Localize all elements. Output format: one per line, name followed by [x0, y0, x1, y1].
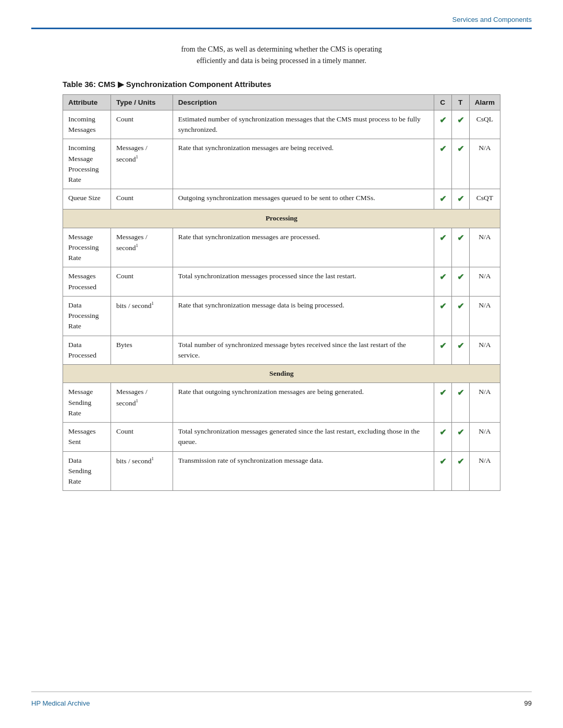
cell-t: ✔	[451, 267, 469, 297]
cell-t: ✔	[451, 296, 469, 336]
cell-t: ✔	[451, 110, 469, 139]
cell-c: ✔	[434, 189, 451, 209]
cell-alarm: N/A	[469, 296, 500, 336]
footer-link: HP Medical Archive	[31, 699, 90, 707]
footer-rule	[31, 692, 532, 692]
cell-description: Total number of synchronized message byt…	[173, 336, 434, 365]
table-row: Incoming MessagesCountEstimated number o…	[63, 110, 500, 139]
col-description: Description	[173, 94, 434, 110]
cell-t: ✔	[451, 451, 469, 491]
cell-alarm: CsQT	[469, 189, 500, 209]
table-row: Messages ProcessedCountTotal synchroniza…	[63, 267, 500, 297]
cell-type-units: Count	[111, 267, 173, 297]
cell-c: ✔	[434, 228, 451, 267]
cell-c: ✔	[434, 336, 451, 365]
page-header: Services and Components	[0, 0, 563, 23]
cell-attribute: Messages Sent	[63, 423, 111, 452]
cell-description: Estimated number of synchronization mess…	[173, 110, 434, 139]
cell-alarm: N/A	[469, 383, 500, 423]
cell-type-units: Messages / second1	[111, 228, 173, 267]
cell-t: ✔	[451, 139, 469, 189]
cell-type-units: Count	[111, 189, 173, 209]
cell-description: Rate that synchronization message data i…	[173, 296, 434, 336]
cell-attribute: Incoming Message Processing Rate	[63, 139, 111, 189]
cell-type-units: Messages / second1	[111, 139, 173, 189]
cell-attribute: Data Sending Rate	[63, 451, 111, 491]
intro-text: from the CMS, as well as determining whe…	[63, 44, 500, 67]
cell-attribute: Message Sending Rate	[63, 383, 111, 423]
cell-t: ✔	[451, 423, 469, 452]
table-row: Messages SentCountTotal synchronization …	[63, 423, 500, 452]
table-title: Table 36: CMS ▶ Synchronization Componen…	[63, 80, 500, 89]
cell-type-units: Count	[111, 423, 173, 452]
cell-description: Rate that outgoing synchronization messa…	[173, 383, 434, 423]
col-c: C	[434, 94, 451, 110]
table-row: Queue SizeCountOutgoing synchronization …	[63, 189, 500, 209]
table-row: Data Processing Ratebits / second1Rate t…	[63, 296, 500, 336]
cell-alarm: N/A	[469, 423, 500, 452]
cell-c: ✔	[434, 423, 451, 452]
cell-attribute: Data Processed	[63, 336, 111, 365]
cell-t: ✔	[451, 336, 469, 365]
cell-type-units: Messages / second1	[111, 383, 173, 423]
cell-attribute: Messages Processed	[63, 267, 111, 297]
cell-type-units: bits / second1	[111, 296, 173, 336]
cell-c: ✔	[434, 267, 451, 297]
col-alarm: Alarm	[469, 94, 500, 110]
cell-attribute: Queue Size	[63, 189, 111, 209]
col-t: T	[451, 94, 469, 110]
cell-c: ✔	[434, 451, 451, 491]
cell-description: Rate that synchronization messages are b…	[173, 139, 434, 189]
table-row: Message Processing RateMessages / second…	[63, 228, 500, 267]
footer-content: HP Medical Archive 99	[31, 699, 532, 707]
cell-type-units: Bytes	[111, 336, 173, 365]
cell-c: ✔	[434, 110, 451, 139]
page-body: from the CMS, as well as determining whe…	[0, 29, 563, 512]
page-number: 99	[524, 699, 532, 707]
cell-t: ✔	[451, 383, 469, 423]
main-table: Attribute Type / Units Description C T A…	[63, 94, 500, 491]
cell-alarm: N/A	[469, 451, 500, 491]
cell-alarm: CsQL	[469, 110, 500, 139]
table-header-row: Attribute Type / Units Description C T A…	[63, 94, 500, 110]
cell-description: Total synchronization messages processed…	[173, 267, 434, 297]
col-type-units: Type / Units	[111, 94, 173, 110]
cell-description: Total synchronization messages generated…	[173, 423, 434, 452]
header-link: Services and Components	[452, 16, 532, 23]
cell-type-units: Count	[111, 110, 173, 139]
section-row: Sending	[63, 365, 500, 383]
table-row: Message Sending RateMessages / second1Ra…	[63, 383, 500, 423]
table-row: Data ProcessedBytesTotal number of synch…	[63, 336, 500, 365]
cell-c: ✔	[434, 139, 451, 189]
table-row: Incoming Message Processing RateMessages…	[63, 139, 500, 189]
cell-attribute: Incoming Messages	[63, 110, 111, 139]
cell-description: Rate that synchronization messages are p…	[173, 228, 434, 267]
cell-description: Outgoing synchronization messages queued…	[173, 189, 434, 209]
cell-alarm: N/A	[469, 267, 500, 297]
page-footer: HP Medical Archive 99	[0, 692, 563, 707]
cell-t: ✔	[451, 228, 469, 267]
cell-c: ✔	[434, 296, 451, 336]
cell-alarm: N/A	[469, 139, 500, 189]
cell-t: ✔	[451, 189, 469, 209]
cell-attribute: Message Processing Rate	[63, 228, 111, 267]
cell-alarm: N/A	[469, 336, 500, 365]
cell-type-units: bits / second1	[111, 451, 173, 491]
col-attribute: Attribute	[63, 94, 111, 110]
table-row: Data Sending Ratebits / second1Transmiss…	[63, 451, 500, 491]
cell-description: Transmission rate of synchronization mes…	[173, 451, 434, 491]
cell-alarm: N/A	[469, 228, 500, 267]
section-row: Processing	[63, 209, 500, 228]
cell-c: ✔	[434, 383, 451, 423]
cell-attribute: Data Processing Rate	[63, 296, 111, 336]
